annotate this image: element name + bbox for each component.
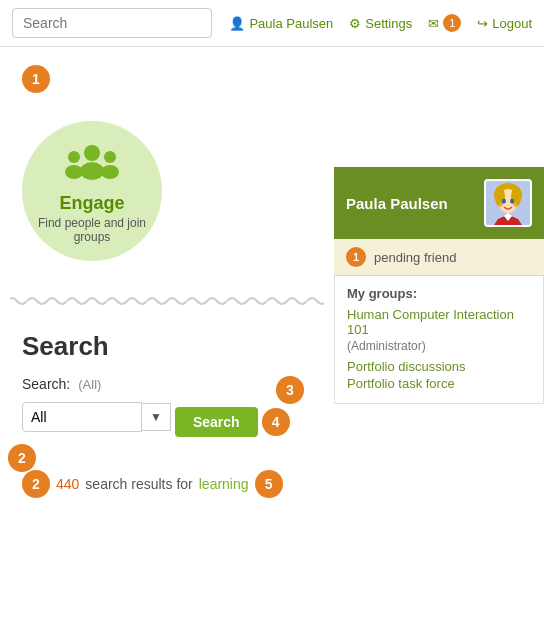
messages-link[interactable]: ✉ 1 xyxy=(428,14,461,32)
avatar xyxy=(484,179,532,227)
search-select[interactable]: All xyxy=(22,402,142,432)
group-link-2[interactable]: Portfolio task force xyxy=(347,376,531,391)
results-row: 2 440 search results for learning 5 xyxy=(22,470,312,498)
step2-badge-inline: 2 xyxy=(22,470,50,498)
engage-circle[interactable]: Engage Find people and join groups xyxy=(22,121,162,261)
step1-badge: 1 xyxy=(22,65,50,93)
user-profile-link[interactable]: 👤 Paula Paulsen xyxy=(229,16,333,31)
left-area: 1 Engage Find people and join group xyxy=(0,47,334,524)
engage-section: Engage Find people and join groups xyxy=(10,101,324,281)
avatar-image xyxy=(486,181,530,225)
results-count: 440 xyxy=(56,476,79,492)
results-keyword: learning xyxy=(199,476,249,492)
search-button[interactable]: Search xyxy=(175,407,258,437)
step5-badge: 5 xyxy=(255,470,283,498)
search-input[interactable] xyxy=(12,8,212,38)
profile-card: Paula Paulsen xyxy=(334,167,544,239)
svg-point-5 xyxy=(101,165,119,179)
engage-title: Engage xyxy=(59,193,124,214)
svg-point-3 xyxy=(65,165,83,179)
groups-section: My groups: Human Computer Interaction 10… xyxy=(334,276,544,404)
pending-text: pending friend xyxy=(374,250,456,265)
logout-link[interactable]: ↪ Logout xyxy=(477,16,532,31)
search-filter-row: Search: (All) xyxy=(22,376,312,392)
settings-link[interactable]: ⚙ Settings xyxy=(349,16,412,31)
svg-point-2 xyxy=(68,151,80,163)
envelope-icon: ✉ xyxy=(428,16,439,31)
select-wrapper: All ▼ xyxy=(22,402,171,432)
search-section: Search Search: (All) 3 2 All ▼ xyxy=(10,321,324,514)
svg-point-14 xyxy=(513,204,518,207)
group-link-0[interactable]: Human Computer Interaction 101 xyxy=(347,307,531,337)
user-icon: 👤 xyxy=(229,16,245,31)
svg-point-12 xyxy=(510,199,514,204)
step1-area: 1 xyxy=(10,57,324,101)
pending-friend-bar: 1 pending friend xyxy=(334,239,544,276)
header-nav: 👤 Paula Paulsen ⚙ Settings ✉ 1 ↪ Logout xyxy=(229,14,532,32)
select-arrow-button[interactable]: ▼ xyxy=(142,403,171,431)
svg-point-4 xyxy=(104,151,116,163)
right-sidebar: Paula Paulsen xyxy=(334,167,544,524)
results-text: search results for xyxy=(85,476,192,492)
engage-subtitle: Find people and join groups xyxy=(22,216,162,244)
logout-icon: ↪ xyxy=(477,16,488,31)
search-controls: 2 All ▼ Search 4 xyxy=(22,402,312,442)
step3-badge: 3 xyxy=(276,376,304,404)
messages-badge: 1 xyxy=(443,14,461,32)
svg-point-0 xyxy=(84,145,100,161)
svg-point-11 xyxy=(502,199,506,204)
search-all-label: (All) xyxy=(78,377,101,392)
step4-badge: 4 xyxy=(262,408,290,436)
search-label: Search: xyxy=(22,376,70,392)
group-link-1[interactable]: Portfolio discussions xyxy=(347,359,531,374)
pending-badge: 1 xyxy=(346,247,366,267)
search-heading: Search xyxy=(22,331,312,362)
wavy-divider xyxy=(10,291,324,311)
step2-badge: 2 xyxy=(8,444,36,472)
profile-name: Paula Paulsen xyxy=(346,195,448,212)
groups-title: My groups: xyxy=(347,286,531,301)
header: 👤 Paula Paulsen ⚙ Settings ✉ 1 ↪ Logout xyxy=(0,0,544,47)
svg-point-13 xyxy=(499,204,504,207)
settings-icon: ⚙ xyxy=(349,16,361,31)
group-role-0: (Administrator) xyxy=(347,339,531,353)
svg-point-1 xyxy=(80,162,104,180)
main-content: 1 Engage Find people and join group xyxy=(0,47,544,524)
people-icon xyxy=(62,139,122,189)
filter-row-wrapper: Search: (All) 3 xyxy=(22,376,312,392)
